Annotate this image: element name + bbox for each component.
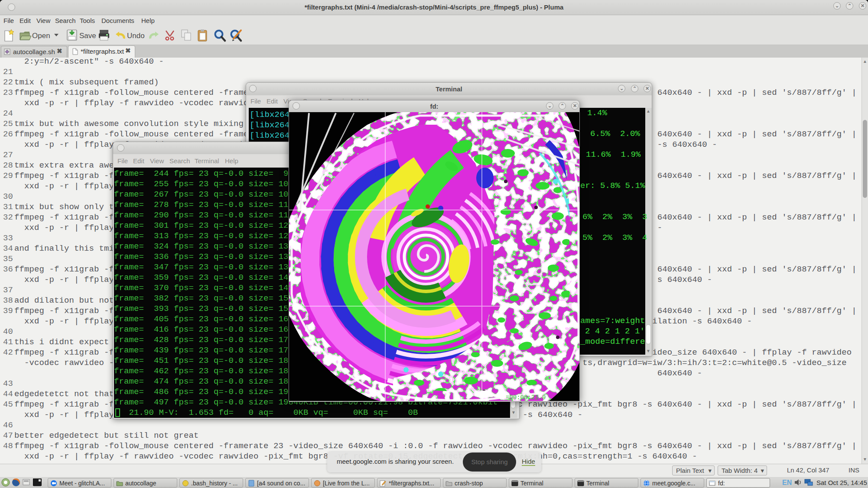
svg-text:=00:00:21.9: =00:00:21.9 <box>506 394 546 401</box>
svg-text:Undo: Undo <box>127 32 145 40</box>
svg-text:Open: Open <box>32 32 50 40</box>
svg-text:Save: Save <box>79 32 96 40</box>
